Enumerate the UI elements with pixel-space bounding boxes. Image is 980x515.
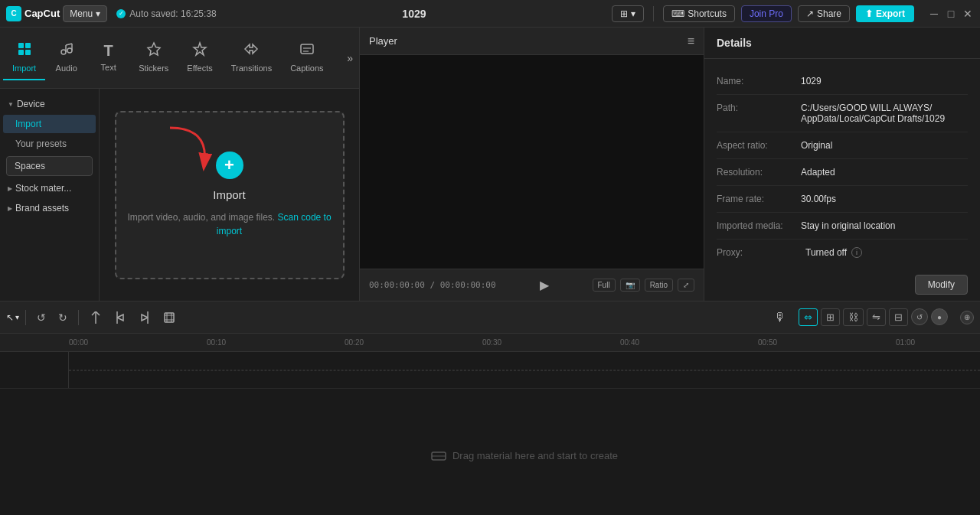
red-arrow-icon bbox=[162, 120, 224, 181]
svg-rect-17 bbox=[165, 313, 174, 322]
tab-effects[interactable]: Effects bbox=[178, 35, 221, 80]
detail-path-row: Path: C:/Users/GOOD WILL ALWAYS/ AppData… bbox=[717, 95, 968, 132]
export-button[interactable]: ⬆ Export bbox=[856, 5, 914, 22]
stock-arrow-icon: ▶ bbox=[8, 185, 12, 192]
sidebar-section-stock[interactable]: ▶ Stock mater... bbox=[0, 179, 99, 197]
detail-framerate-row: Frame rate: 30.00fps bbox=[717, 186, 968, 213]
record-button[interactable]: ● bbox=[931, 308, 948, 325]
tab-import[interactable]: Import bbox=[3, 35, 45, 80]
detail-proxy-row: Proxy: Turned off i bbox=[717, 240, 968, 266]
resolution-value: Adapted bbox=[801, 167, 968, 178]
join-pro-button[interactable]: Join Pro bbox=[741, 5, 792, 22]
share-button[interactable]: ↗ Share bbox=[798, 5, 850, 22]
track-row-1 bbox=[0, 352, 980, 389]
player-viewport bbox=[360, 55, 704, 269]
timeline-panel: ↖ ▾ ↺ ↻ bbox=[0, 301, 980, 515]
tl-divider-2 bbox=[78, 310, 79, 325]
brand-arrow-icon: ▶ bbox=[8, 205, 12, 212]
select-tool[interactable]: ↖ ▾ bbox=[6, 312, 19, 323]
track-header-1 bbox=[0, 352, 69, 388]
link-tracks-button[interactable]: ⇔ bbox=[799, 308, 818, 326]
expand-player-button[interactable]: ⤢ bbox=[678, 279, 694, 292]
ruler-mark-0: 00:00 bbox=[69, 338, 207, 347]
player-menu-button[interactable]: ≡ bbox=[688, 34, 694, 48]
titlebar: C CapCut Menu ▾ ✓ Auto saved: 16:25:38 1… bbox=[0, 0, 980, 28]
import-description: Import video, audio, and image files. Sc… bbox=[116, 210, 343, 238]
tab-captions[interactable]: Captions bbox=[281, 35, 332, 80]
timeline-toolbar: ↖ ▾ ↺ ↻ bbox=[0, 302, 980, 334]
crop-button[interactable] bbox=[158, 308, 180, 327]
sidebar-section-device[interactable]: ▼ Device bbox=[0, 95, 99, 113]
ruler-mark-5: 00:50 bbox=[758, 338, 896, 347]
tab-text[interactable]: T Text bbox=[87, 36, 129, 80]
ratio-button[interactable]: Ratio bbox=[645, 279, 673, 292]
play-button[interactable]: ▶ bbox=[536, 276, 553, 294]
sidebar-item-import[interactable]: Import bbox=[3, 115, 96, 133]
detail-imported-media-row: Imported media: Stay in original locatio… bbox=[717, 213, 968, 240]
mic-button[interactable]: 🎙 bbox=[771, 308, 789, 328]
import-title: Import bbox=[213, 188, 246, 201]
titlebar-right: ⊞ ▾ ⌨ Shortcuts Join Pro ↗ Share ⬆ Expor… bbox=[612, 5, 974, 22]
app-logo: C CapCut bbox=[6, 6, 60, 21]
trim-start-button[interactable] bbox=[109, 308, 131, 327]
resolution-label: Resolution: bbox=[717, 167, 801, 178]
toolbar-expand-button[interactable]: » bbox=[344, 49, 356, 67]
framerate-label: Frame rate: bbox=[717, 194, 801, 204]
import-plus-icon: + bbox=[216, 152, 243, 179]
detail-aspect-row: Aspect ratio: Original bbox=[717, 132, 968, 159]
full-button[interactable]: Full bbox=[593, 279, 616, 292]
storyboard-button[interactable]: ⊞ bbox=[821, 308, 840, 326]
sidebar-item-presets[interactable]: Your presets bbox=[3, 135, 96, 153]
split-button[interactable] bbox=[85, 308, 106, 327]
detail-name-row: Name: 1029 bbox=[717, 68, 968, 95]
left-content: ▼ Device Import Your presets Spaces ▶ St… bbox=[0, 89, 359, 301]
undo-button[interactable]: ↺ bbox=[32, 308, 51, 327]
player-title: Player bbox=[369, 35, 397, 47]
tl-divider-1 bbox=[25, 310, 26, 325]
modify-button[interactable]: Modify bbox=[915, 275, 968, 295]
app-logo-icon: C bbox=[6, 6, 21, 21]
svg-rect-0 bbox=[18, 43, 24, 48]
effects-tab-icon bbox=[192, 41, 207, 60]
maximize-button[interactable]: □ bbox=[945, 8, 957, 20]
name-value: 1029 bbox=[801, 76, 968, 86]
close-button[interactable]: ✕ bbox=[962, 8, 974, 20]
svg-line-8 bbox=[66, 44, 72, 45]
import-dropzone[interactable]: + Import Import video, audio, and image … bbox=[115, 111, 345, 279]
player-timecode: 00:00:00:00 / 00:00:00:00 bbox=[369, 280, 496, 290]
ruler-mark-1: 00:10 bbox=[207, 338, 345, 347]
redo-button[interactable]: ↻ bbox=[54, 308, 72, 327]
tab-stickers[interactable]: Stickers bbox=[129, 35, 178, 80]
chain-button[interactable]: ⛓ bbox=[843, 308, 864, 326]
tab-audio[interactable]: Audio bbox=[45, 35, 87, 80]
player-controls: 00:00:00:00 / 00:00:00:00 ▶ Full 📷 Ratio… bbox=[360, 269, 704, 301]
details-footer: Modify bbox=[704, 275, 980, 301]
sync-button[interactable]: ⇋ bbox=[867, 308, 886, 326]
proxy-info-icon[interactable]: i bbox=[851, 247, 862, 258]
layout-button[interactable]: ⊞ ▾ bbox=[612, 5, 644, 22]
svg-rect-10 bbox=[301, 44, 313, 54]
name-label: Name: bbox=[717, 76, 801, 86]
loop-button[interactable]: ↺ bbox=[911, 308, 928, 325]
framerate-value: 30.00fps bbox=[801, 194, 968, 204]
details-body: Name: 1029 Path: C:/Users/GOOD WILL ALWA… bbox=[704, 59, 980, 275]
trim-end-button[interactable] bbox=[134, 308, 155, 327]
camera-button[interactable]: 📷 bbox=[620, 279, 640, 292]
window-controls: ─ □ ✕ bbox=[928, 8, 974, 20]
subtract-button[interactable]: ⊟ bbox=[889, 308, 908, 326]
minimize-button[interactable]: ─ bbox=[928, 8, 940, 20]
ruler-mark-2: 00:20 bbox=[345, 338, 482, 347]
sidebar-section-brand[interactable]: ▶ Brand assets bbox=[0, 199, 99, 217]
menu-button[interactable]: Menu ▾ bbox=[63, 5, 107, 22]
toolbar-tabs: Import Audio T Text bbox=[0, 28, 359, 89]
player-header: Player ≡ bbox=[360, 28, 704, 55]
import-content-area: + Import Import video, audio, and image … bbox=[100, 89, 359, 301]
zoom-fit-button[interactable]: ⊕ bbox=[960, 311, 974, 324]
sidebar-spaces-button[interactable]: Spaces bbox=[6, 156, 93, 176]
drag-hint-text: Drag material here and start to create bbox=[452, 450, 618, 461]
right-panel: Details Name: 1029 Path: C:/Users/GOOD W… bbox=[704, 28, 980, 301]
shortcuts-button[interactable]: ⌨ Shortcuts bbox=[663, 5, 735, 22]
tab-transitions[interactable]: Transitions bbox=[222, 35, 281, 80]
project-title: 1029 bbox=[217, 8, 612, 20]
svg-rect-3 bbox=[25, 50, 31, 55]
